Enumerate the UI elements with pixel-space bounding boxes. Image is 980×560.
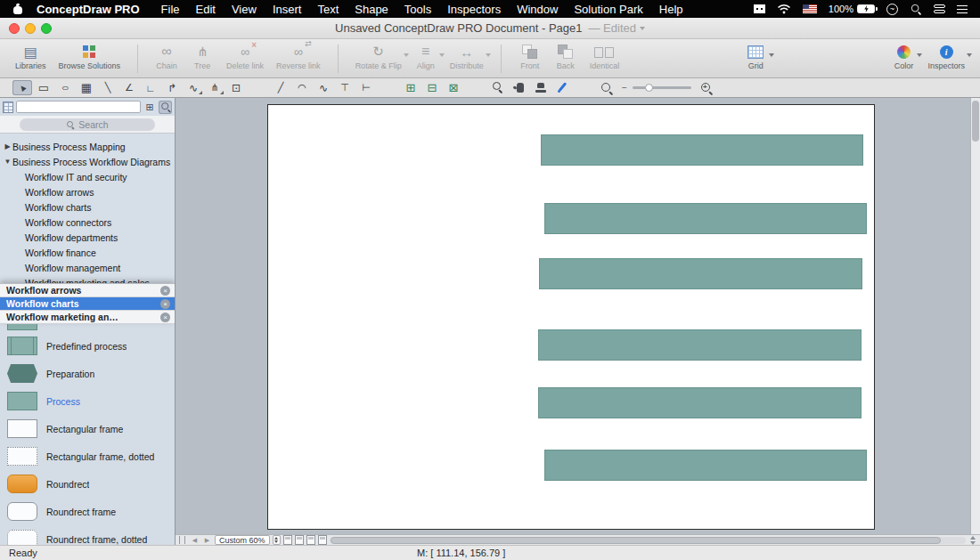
identical-button[interactable]: Identical bbox=[584, 42, 626, 70]
page-view-icon[interactable] bbox=[318, 535, 327, 545]
tree-item[interactable]: Business Process Workflow Diagrams bbox=[0, 154, 175, 169]
spline-tool[interactable] bbox=[314, 80, 333, 95]
siri-icon[interactable]: ~ bbox=[886, 4, 898, 15]
next-page-button[interactable]: ▶ bbox=[202, 537, 212, 544]
library-search-button[interactable] bbox=[159, 101, 172, 114]
spotlight-search-icon[interactable] bbox=[911, 4, 921, 14]
app-grid-icon[interactable] bbox=[754, 4, 765, 13]
us-flag-icon[interactable] bbox=[803, 4, 817, 13]
horizontal-tree-tool[interactable] bbox=[356, 80, 376, 95]
menu-item[interactable]: Shape bbox=[347, 3, 396, 16]
tree-connector-tool[interactable] bbox=[205, 80, 225, 95]
menu-item[interactable]: Solution Park bbox=[566, 3, 650, 16]
close-library-icon[interactable]: × bbox=[160, 299, 170, 309]
inspectors-button[interactable]: Inspectors bbox=[921, 42, 971, 70]
process-shape[interactable] bbox=[544, 450, 867, 481]
front-button[interactable]: Front bbox=[512, 42, 548, 70]
distribute-button[interactable]: Distribute bbox=[444, 42, 490, 70]
arrow-connector-tool[interactable] bbox=[162, 80, 182, 95]
menu-item[interactable]: View bbox=[224, 3, 265, 16]
tree-item[interactable]: Workflow connectors bbox=[0, 215, 175, 230]
page-view-icon[interactable] bbox=[295, 535, 304, 545]
zoom-slider-thumb[interactable] bbox=[645, 84, 653, 92]
process-shape[interactable] bbox=[538, 387, 862, 418]
shape-item[interactable]: Process bbox=[0, 387, 175, 415]
reverse-link-button[interactable]: Reverse link bbox=[270, 42, 327, 70]
menu-item[interactable]: Inspectors bbox=[439, 3, 509, 16]
shape-item[interactable]: Roundrect frame bbox=[0, 498, 175, 525]
page-view-icon[interactable] bbox=[283, 535, 292, 545]
control-center-icon[interactable] bbox=[934, 4, 945, 13]
library-tab[interactable]: Workflow marketing an… × bbox=[0, 311, 175, 324]
shape-item[interactable]: Predefined process bbox=[0, 332, 175, 360]
close-library-icon[interactable]: × bbox=[160, 312, 170, 322]
browse-solutions-button[interactable]: Browse Solutions bbox=[53, 42, 127, 70]
align-button[interactable]: Align bbox=[408, 42, 444, 70]
document-page[interactable] bbox=[267, 104, 875, 530]
grid-button[interactable]: Grid bbox=[738, 42, 773, 70]
shape-item-clipped[interactable] bbox=[7, 324, 37, 330]
arc-tool[interactable] bbox=[292, 80, 312, 95]
tree-button[interactable]: Tree bbox=[184, 42, 220, 70]
table-tool[interactable] bbox=[77, 80, 96, 95]
battery-status[interactable]: 100% bbox=[829, 4, 875, 14]
vertical-scrollbar-thumb[interactable] bbox=[972, 101, 979, 142]
zoom-area-tool[interactable] bbox=[488, 80, 508, 95]
search-field[interactable]: Search bbox=[20, 118, 155, 131]
window-title-bar[interactable]: Unsaved ConceptDraw PRO Document - Page1… bbox=[0, 18, 980, 39]
grid-view-button[interactable]: ⊞ bbox=[143, 101, 157, 114]
color-button[interactable]: Color bbox=[886, 42, 921, 70]
tree-item[interactable]: Workflow management bbox=[0, 260, 175, 275]
ellipse-tool[interactable] bbox=[55, 80, 75, 95]
delete-link-button[interactable]: Delete link bbox=[220, 42, 270, 70]
vertical-scrollbar[interactable] bbox=[970, 98, 980, 534]
process-shape[interactable] bbox=[541, 134, 863, 166]
zoom-in-button[interactable]: + bbox=[697, 80, 716, 95]
add-column-tool[interactable] bbox=[444, 80, 463, 95]
app-menu-title[interactable]: ConceptDraw PRO bbox=[37, 3, 140, 16]
shape-item[interactable]: Roundrect frame, dotted bbox=[0, 525, 175, 545]
straight-line-tool[interactable] bbox=[271, 80, 290, 95]
tree-item[interactable]: Business Process Mapping bbox=[0, 139, 175, 154]
direct-connector-tool[interactable] bbox=[119, 80, 139, 95]
tree-item[interactable]: Workflow marketing and sales bbox=[0, 275, 175, 283]
vertical-tree-tool[interactable] bbox=[335, 80, 355, 95]
disclosure-triangle-icon[interactable] bbox=[3, 158, 12, 166]
eyedropper-tool[interactable] bbox=[552, 80, 572, 95]
canvas-area[interactable] bbox=[176, 98, 970, 534]
split-view-corner-icon[interactable] bbox=[968, 536, 978, 545]
menu-item[interactable]: Text bbox=[309, 3, 347, 16]
libraries-button[interactable]: Libraries bbox=[9, 42, 53, 70]
edited-indicator[interactable]: — Edited bbox=[588, 21, 644, 35]
library-tab[interactable]: Workflow arrows × bbox=[0, 284, 175, 297]
horizontal-scrollbar-thumb[interactable] bbox=[331, 537, 942, 544]
tree-item[interactable]: Workflow arrows bbox=[0, 184, 175, 199]
tree-item[interactable]: Workflow finance bbox=[0, 245, 175, 260]
stamp-tool[interactable] bbox=[531, 80, 551, 95]
shape-item[interactable]: Rectangular frame, dotted bbox=[0, 442, 175, 470]
zoom-level-select[interactable]: Custom 60% bbox=[215, 535, 270, 545]
menu-item[interactable]: Insert bbox=[265, 3, 310, 16]
disclosure-triangle-icon[interactable] bbox=[3, 142, 12, 150]
menu-item[interactable]: Tools bbox=[396, 3, 439, 16]
zoom-out-button[interactable] bbox=[597, 80, 617, 95]
menu-item[interactable]: Help bbox=[651, 3, 691, 16]
library-tab[interactable]: Workflow charts × bbox=[0, 297, 175, 311]
previous-page-button[interactable]: ◀ bbox=[190, 537, 200, 544]
insert-object-tool[interactable] bbox=[226, 80, 246, 95]
menu-item[interactable]: Edit bbox=[188, 3, 224, 16]
add-shape-tool[interactable] bbox=[401, 80, 421, 95]
shape-item[interactable]: Roundrect bbox=[0, 470, 175, 498]
process-shape[interactable] bbox=[544, 203, 867, 234]
line-tool[interactable] bbox=[98, 80, 118, 95]
shape-item[interactable]: Preparation bbox=[0, 360, 175, 387]
apple-menu-icon[interactable] bbox=[12, 4, 23, 15]
bezier-connector-tool[interactable] bbox=[184, 80, 203, 95]
horizontal-scrollbar[interactable] bbox=[330, 537, 966, 544]
rectangle-tool[interactable] bbox=[34, 80, 53, 95]
menu-item[interactable]: Window bbox=[509, 3, 566, 16]
add-row-tool[interactable] bbox=[422, 80, 442, 95]
tree-item[interactable]: Workflow departments bbox=[0, 230, 175, 245]
tree-item[interactable]: Workflow charts bbox=[0, 199, 175, 215]
menu-item[interactable]: File bbox=[153, 3, 188, 16]
